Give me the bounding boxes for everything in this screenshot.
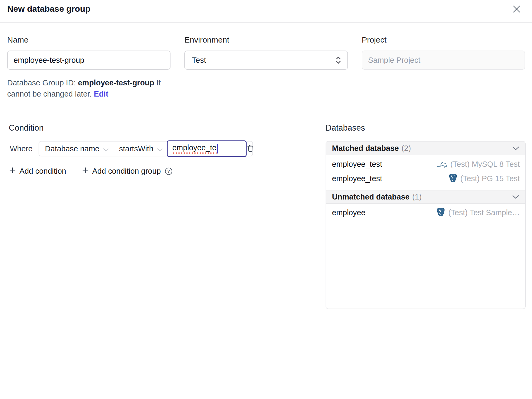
text-caret: [217, 144, 218, 153]
help-icon[interactable]: ?: [165, 167, 173, 175]
svg-text:?: ?: [167, 169, 170, 173]
unmatched-database-header[interactable]: Unmatched database (1): [326, 190, 525, 204]
database-name: employee: [332, 208, 365, 217]
instance-info: (Test) PG 15 Test: [448, 173, 520, 184]
hint-prefix: Database Group ID:: [7, 78, 78, 87]
chevron-down-icon: [157, 144, 163, 153]
condition-actions: Add condition Add condition group ?: [9, 167, 315, 176]
environment-value: Test: [192, 56, 206, 65]
chevron-down-icon: [103, 144, 109, 153]
postgresql-icon: [436, 207, 446, 218]
condition-value-input[interactable]: employee_te: [167, 140, 247, 157]
project-field-group: Project: [362, 35, 525, 70]
close-icon: [512, 5, 521, 15]
instance-label: (Test) PG 15 Test: [460, 174, 520, 183]
plus-icon: [9, 167, 16, 176]
postgresql-icon: [448, 173, 458, 184]
unmatched-database-title: Unmatched database: [332, 193, 410, 201]
dialog-header: New database group: [0, 0, 532, 23]
group-form: Name Database Group ID: employee-test-gr…: [0, 23, 532, 99]
matched-database-count: (2): [401, 144, 411, 153]
condition-expression: Database name startsWith employee_te: [39, 141, 253, 156]
trash-icon: [247, 144, 254, 153]
database-name: employee_test: [332, 160, 382, 169]
instance-label: (Test) Test Sample…: [448, 208, 520, 217]
group-id-hint: Database Group ID: employee-test-group I…: [7, 77, 171, 99]
databases-panel: Matched database (2) employee_test: [326, 141, 526, 309]
environment-label: Environment: [184, 35, 348, 45]
mysql-icon: [437, 159, 448, 169]
matched-database-list: employee_test (Test) MySQL 8 Test employ…: [326, 155, 525, 190]
database-name: employee_test: [332, 174, 382, 183]
unmatched-database-count: (1): [412, 193, 422, 201]
page-title: New database group: [7, 3, 90, 14]
condition-heading: Condition: [9, 123, 315, 133]
table-row: employee (Test) Test Sample…: [326, 205, 525, 220]
matched-database-title: Matched database: [332, 144, 399, 153]
project-label: Project: [362, 35, 525, 45]
instance-label: (Test) MySQL 8 Test: [450, 160, 520, 169]
factor-value: Database name: [45, 144, 99, 153]
databases-heading: Databases: [326, 123, 526, 133]
select-arrows-icon: [335, 56, 342, 65]
chevron-down-icon: [512, 146, 519, 150]
factor-select[interactable]: Database name: [39, 142, 113, 156]
close-button[interactable]: [511, 4, 522, 15]
chevron-down-icon: [512, 195, 519, 199]
delete-condition-button[interactable]: [247, 142, 254, 156]
where-label: Where: [9, 144, 39, 153]
condition-row: Where Database name startsWith employee_…: [9, 141, 315, 156]
name-input[interactable]: [7, 51, 171, 70]
table-row: employee_test (Test) MySQL 8 Test: [326, 157, 525, 171]
instance-info: (Test) MySQL 8 Test: [437, 159, 520, 169]
unmatched-database-list: employee (Test) Test Sample…: [326, 204, 525, 224]
condition-value-text: employee_te: [172, 143, 217, 154]
edit-link[interactable]: Edit: [94, 90, 109, 98]
matched-database-header[interactable]: Matched database (2): [326, 142, 525, 155]
project-input: [362, 51, 525, 70]
table-row: employee_test (Test) PG 15 Test: [326, 171, 525, 186]
lower-section: Condition Where Database name startsWith: [0, 112, 532, 309]
condition-section: Condition Where Database name startsWith: [7, 123, 315, 176]
operator-value: startsWith: [119, 144, 153, 153]
plus-icon: [82, 167, 89, 176]
name-label: Name: [7, 35, 171, 45]
operator-select[interactable]: startsWith: [113, 142, 167, 156]
name-field-group: Name Database Group ID: employee-test-gr…: [7, 35, 171, 99]
group-id-value: employee-test-group: [78, 78, 154, 87]
add-condition-group-button[interactable]: Add condition group ?: [82, 167, 173, 176]
databases-section: Databases Matched database (2) employee_…: [326, 123, 526, 309]
add-condition-group-label: Add condition group: [92, 167, 161, 176]
environment-field-group: Environment Test: [184, 35, 348, 70]
add-condition-label: Add condition: [19, 167, 66, 176]
instance-info: (Test) Test Sample…: [436, 207, 520, 218]
add-condition-button[interactable]: Add condition: [9, 167, 66, 176]
environment-select[interactable]: Test: [184, 51, 348, 70]
